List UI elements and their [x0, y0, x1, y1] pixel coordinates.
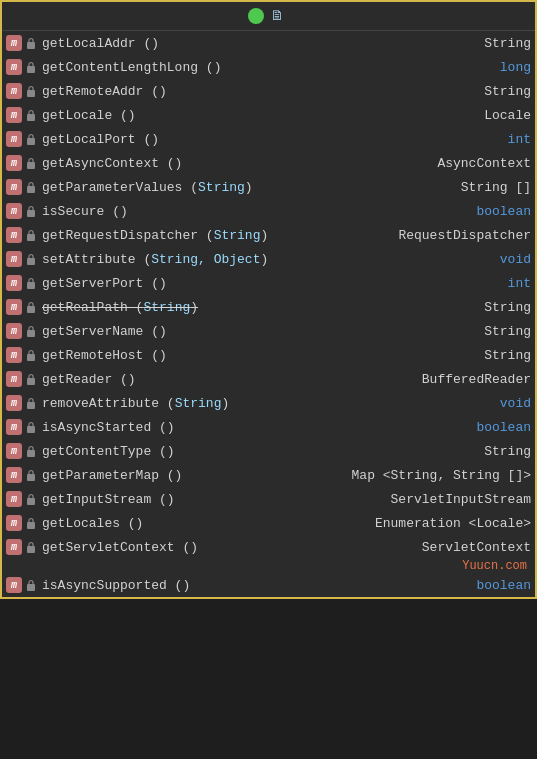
lock-icon — [24, 36, 38, 50]
lock-icon — [24, 300, 38, 314]
return-type: BufferedReader — [422, 372, 531, 387]
method-name: getRealPath (String) — [42, 300, 476, 315]
method-name: getLocale () — [42, 108, 476, 123]
return-type: int — [508, 132, 531, 147]
panel: 🗎 mgetLocalAddr ()StringmgetContentLengt… — [0, 0, 537, 599]
list-item[interactable]: mgetReader ()BufferedReader — [2, 367, 535, 391]
list-item[interactable]: mgetInputStream ()ServletInputStream — [2, 487, 535, 511]
method-icon: m — [6, 323, 22, 339]
list-item[interactable]: msetAttribute (String, Object)void — [2, 247, 535, 271]
lock-icon — [24, 228, 38, 242]
list-item[interactable]: mgetRealPath (String)String — [2, 295, 535, 319]
method-icon: m — [6, 59, 22, 75]
method-name: getContentLengthLong () — [42, 60, 492, 75]
return-type: ServletInputStream — [391, 492, 531, 507]
panel-header: 🗎 — [2, 2, 535, 31]
lock-icon — [24, 156, 38, 170]
list-item[interactable]: mgetRemoteHost ()String — [2, 343, 535, 367]
svg-rect-18 — [27, 474, 35, 481]
list-item[interactable]: mgetParameterValues (String)String [] — [2, 175, 535, 199]
list-item[interactable]: mgetServletContext ()ServletContext — [2, 535, 535, 559]
list-item[interactable]: mgetLocalPort ()int — [2, 127, 535, 151]
method-name: getRemoteHost () — [42, 348, 476, 363]
lock-icon — [24, 204, 38, 218]
list-item[interactable]: mgetParameterMap ()Map <String, String [… — [2, 463, 535, 487]
return-type: int — [508, 276, 531, 291]
return-type: void — [500, 396, 531, 411]
method-icon: m — [6, 83, 22, 99]
svg-rect-16 — [27, 426, 35, 433]
svg-rect-11 — [27, 306, 35, 313]
lock-icon — [24, 444, 38, 458]
list-item[interactable]: misAsyncSupported ()boolean — [2, 573, 535, 597]
lock-icon — [24, 372, 38, 386]
list-item[interactable]: mgetContentType ()String — [2, 439, 535, 463]
lock-icon — [24, 132, 38, 146]
svg-rect-0 — [27, 42, 35, 49]
lock-icon — [24, 180, 38, 194]
return-type: String — [484, 324, 531, 339]
method-icon: m — [6, 107, 22, 123]
method-icon: m — [6, 395, 22, 411]
method-icon: m — [6, 539, 22, 555]
list-item[interactable]: mgetRequestDispatcher (String)RequestDis… — [2, 223, 535, 247]
list-item[interactable]: mgetLocale ()Locale — [2, 103, 535, 127]
list-item[interactable]: mgetServerName ()String — [2, 319, 535, 343]
list-item[interactable]: mgetAsyncContext ()AsyncContext — [2, 151, 535, 175]
method-name: getContentType () — [42, 444, 476, 459]
method-icon: m — [6, 179, 22, 195]
method-icon: m — [6, 131, 22, 147]
svg-rect-12 — [27, 330, 35, 337]
svg-rect-5 — [27, 162, 35, 169]
method-icon: m — [6, 515, 22, 531]
list-item[interactable]: mremoveAttribute (String)void — [2, 391, 535, 415]
svg-rect-4 — [27, 138, 35, 145]
method-name: setAttribute (String, Object) — [42, 252, 492, 267]
method-list: mgetLocalAddr ()StringmgetContentLengthL… — [2, 31, 535, 597]
method-name: isAsyncSupported () — [42, 578, 468, 593]
lock-icon — [24, 468, 38, 482]
method-icon: m — [6, 251, 22, 267]
lock-icon — [24, 276, 38, 290]
list-item[interactable]: mgetRemoteAddr ()String — [2, 79, 535, 103]
list-item[interactable]: misAsyncStarted ()boolean — [2, 415, 535, 439]
return-type: Map <String, String []> — [352, 468, 531, 483]
svg-rect-19 — [27, 498, 35, 505]
interface-icon — [248, 8, 264, 24]
method-name: getReader () — [42, 372, 414, 387]
return-type: boolean — [476, 578, 531, 593]
method-icon: m — [6, 419, 22, 435]
lock-icon — [24, 420, 38, 434]
lock-icon — [24, 396, 38, 410]
lock-icon — [24, 348, 38, 362]
svg-rect-10 — [27, 282, 35, 289]
svg-rect-2 — [27, 90, 35, 97]
svg-rect-8 — [27, 234, 35, 241]
method-name: getLocalPort () — [42, 132, 500, 147]
svg-rect-17 — [27, 450, 35, 457]
lock-icon — [24, 108, 38, 122]
file-icon: 🗎 — [270, 8, 284, 24]
return-type: Enumeration <Locale> — [375, 516, 531, 531]
watermark-row: Yuucn.com — [2, 559, 535, 573]
list-item[interactable]: mgetContentLengthLong ()long — [2, 55, 535, 79]
svg-rect-1 — [27, 66, 35, 73]
list-item[interactable]: mgetLocales ()Enumeration <Locale> — [2, 511, 535, 535]
list-item[interactable]: misSecure ()boolean — [2, 199, 535, 223]
param-text: String — [214, 228, 261, 243]
method-icon: m — [6, 443, 22, 459]
lock-icon — [24, 60, 38, 74]
method-icon: m — [6, 299, 22, 315]
lock-icon — [24, 516, 38, 530]
method-name: getServerName () — [42, 324, 476, 339]
return-type: AsyncContext — [437, 156, 531, 171]
svg-rect-7 — [27, 210, 35, 217]
method-name: getLocalAddr () — [42, 36, 476, 51]
method-name: getParameterValues (String) — [42, 180, 453, 195]
return-type: String — [484, 84, 531, 99]
return-type: String — [484, 300, 531, 315]
method-name: removeAttribute (String) — [42, 396, 492, 411]
list-item[interactable]: mgetLocalAddr ()String — [2, 31, 535, 55]
method-icon: m — [6, 155, 22, 171]
list-item[interactable]: mgetServerPort ()int — [2, 271, 535, 295]
